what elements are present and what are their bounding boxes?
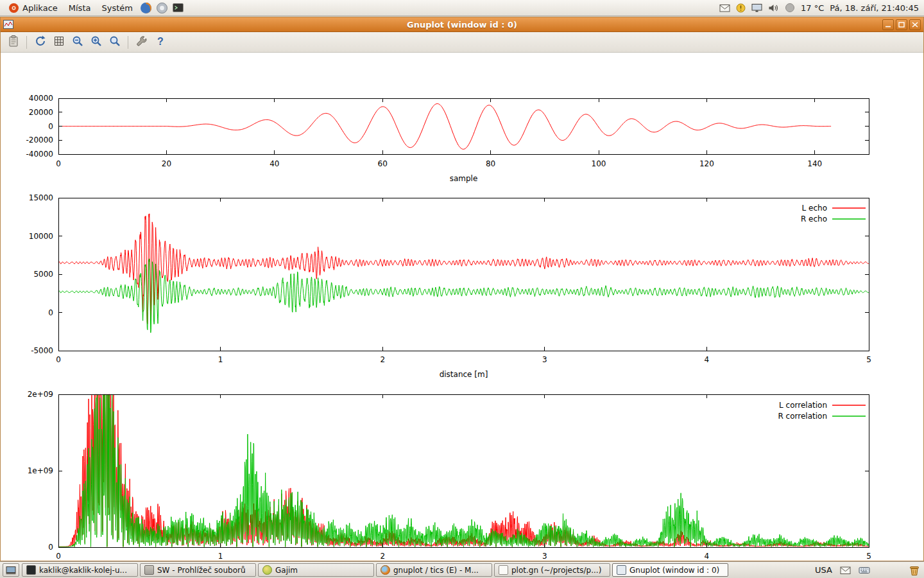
svg-text:5: 5 [866, 355, 871, 364]
taskbar-item-label: SW - Prohlížeč souborů [157, 566, 246, 575]
svg-text:L correlation: L correlation [779, 401, 827, 410]
chart-correlation[interactable]: 01234501e+092e+09distance [m]L correlati… [1, 388, 924, 578]
chart-echo-signals[interactable]: 012345-5000050001000015000distance [m]L … [1, 191, 924, 385]
zoom-fit-icon [108, 35, 121, 49]
help-launcher-icon[interactable] [155, 1, 169, 15]
volume-icon[interactable] [768, 3, 779, 13]
svg-text:20: 20 [162, 159, 171, 168]
ubuntu-logo-icon [8, 3, 19, 13]
copy-clipboard-button[interactable] [4, 34, 22, 51]
autoscale-button[interactable] [106, 34, 123, 51]
svg-text:R echo: R echo [801, 215, 827, 223]
keyboard-icon[interactable] [859, 566, 870, 575]
help-button[interactable]: ? [151, 34, 169, 51]
svg-text:2e+09: 2e+09 [28, 390, 53, 399]
taskbar-item-label: Gnuplot (window id : 0) [629, 566, 719, 575]
svg-text:1: 1 [218, 355, 223, 364]
taskbar-item-label: plot.gn (~/projects/p...) [511, 566, 601, 575]
firefox-launcher-icon[interactable] [139, 1, 153, 15]
svg-text:0: 0 [48, 122, 53, 131]
window-title: Gnuplot (window id : 0) [1, 20, 923, 30]
svg-text:40: 40 [270, 159, 279, 168]
firefox-icon [381, 565, 390, 575]
keyboard-layout-indicator[interactable]: USA [815, 565, 832, 575]
svg-text:L echo: L echo [802, 204, 827, 213]
taskbar-item[interactable]: Gnuplot (window id : 0) [612, 563, 728, 577]
weather-icon[interactable] [785, 3, 795, 13]
mail-icon[interactable] [840, 566, 851, 575]
svg-text:1: 1 [218, 552, 223, 561]
svg-text:?: ? [157, 36, 164, 47]
taskbar-item[interactable]: kaklik@kaklik-kolej-u... [22, 563, 138, 577]
minimize-button[interactable] [882, 19, 894, 30]
svg-text:120: 120 [699, 159, 714, 168]
refresh-icon [34, 35, 47, 49]
taskbar-item-label: kaklik@kaklik-kolej-u... [39, 566, 127, 575]
svg-text:40000: 40000 [29, 94, 53, 103]
temperature[interactable]: 17 °C [801, 3, 824, 13]
svg-text:-5000: -5000 [31, 346, 53, 355]
svg-text:-20000: -20000 [26, 136, 53, 144]
gajim-icon [262, 565, 272, 575]
svg-text:0: 0 [56, 552, 61, 561]
menu-system-label: Systém [101, 3, 132, 13]
zoom-next-button[interactable] [87, 34, 105, 51]
svg-text:20000: 20000 [29, 108, 53, 117]
gnuplot-window: Gnuplot (window id : 0) [0, 17, 924, 561]
help-icon: ? [154, 35, 167, 49]
gnuplot-toolbar: ? [1, 32, 923, 53]
menu-applications[interactable]: Aplikace [4, 1, 62, 15]
taskbar-item[interactable]: SW - Prohlížeč souborů [140, 563, 256, 577]
titlebar[interactable]: Gnuplot (window id : 0) [1, 17, 923, 32]
replot-button[interactable] [31, 34, 49, 51]
svg-text:5: 5 [866, 552, 871, 561]
toggle-grid-button[interactable] [50, 34, 67, 51]
svg-text:0: 0 [56, 355, 61, 364]
taskbar-item-label: gnuplot / tics (E) - M... [393, 566, 479, 575]
gnuplot-window-icon [3, 20, 14, 30]
svg-text:5000: 5000 [33, 270, 53, 279]
menu-places-label: Místa [69, 3, 91, 13]
svg-text:140: 140 [807, 159, 822, 168]
chart-chirp-signal[interactable]: 020406080100120140-40000-200000200004000… [1, 91, 924, 189]
clock[interactable]: Pá, 18. září, 21:40:45 [830, 3, 919, 13]
configure-button[interactable] [133, 34, 150, 51]
svg-text:3: 3 [542, 552, 547, 561]
grid-icon [53, 35, 65, 49]
svg-text:R correlation: R correlation [778, 412, 827, 421]
svg-text:10000: 10000 [29, 232, 53, 241]
show-desktop-button[interactable] [3, 563, 19, 577]
display-icon[interactable] [751, 3, 762, 13]
taskbar-window-list: kaklik@kaklik-kolej-u...SW - Prohlížeč s… [22, 563, 728, 577]
taskbar-item-label: Gajim [275, 566, 298, 575]
svg-text:4: 4 [705, 552, 710, 561]
zoom-previous-button[interactable] [69, 34, 86, 51]
update-notifier-icon[interactable] [736, 3, 746, 13]
zoom-in-icon [90, 35, 103, 49]
svg-text:0: 0 [56, 159, 61, 168]
svg-text:0: 0 [48, 543, 53, 552]
clipboard-icon [7, 35, 20, 49]
terminal-icon [26, 565, 36, 575]
svg-text:0: 0 [48, 308, 53, 317]
plot-area[interactable]: 020406080100120140-40000-200000200004000… [1, 53, 923, 561]
menu-places[interactable]: Místa [64, 2, 96, 14]
gnome-top-panel: Aplikace Místa Systém [0, 0, 924, 16]
svg-text:15000: 15000 [29, 193, 53, 202]
close-button[interactable] [909, 19, 921, 30]
gnuplot-icon [617, 565, 626, 575]
menu-applications-label: Aplikace [22, 3, 58, 13]
menu-system[interactable]: Systém [97, 2, 137, 14]
mail-notification-icon[interactable] [719, 3, 730, 13]
svg-text:sample: sample [450, 174, 478, 183]
taskbar-item[interactable]: gnuplot / tics (E) - M... [376, 563, 492, 577]
terminal-launcher-icon[interactable] [171, 1, 185, 15]
svg-text:100: 100 [592, 159, 606, 168]
trash-icon[interactable] [909, 565, 920, 576]
taskbar-item[interactable]: Gajim [258, 563, 374, 577]
maximize-button[interactable] [896, 19, 907, 30]
svg-text:1e+09: 1e+09 [28, 466, 53, 475]
editor-icon [499, 565, 508, 575]
svg-text:3: 3 [542, 355, 547, 364]
taskbar-item[interactable]: plot.gn (~/projects/p...) [494, 563, 610, 577]
